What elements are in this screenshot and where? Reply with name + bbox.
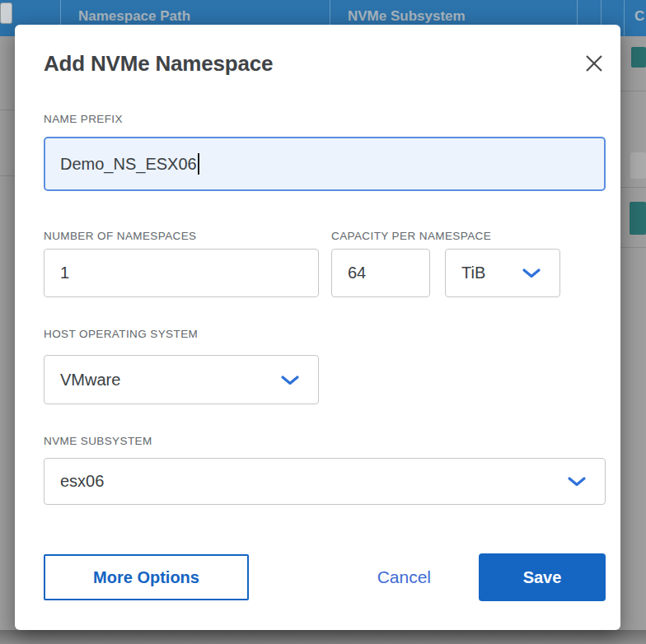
name-prefix-input[interactable]: Demo_NS_ESX06 (44, 137, 606, 191)
status-badge-fragment (630, 202, 646, 235)
number-of-namespaces-input[interactable] (44, 249, 319, 297)
row-separator (0, 110, 15, 110)
save-button[interactable]: Save (479, 553, 606, 601)
chevron-down-icon (522, 268, 541, 278)
column-divider (624, 0, 625, 36)
select-all-checkbox (0, 2, 12, 24)
status-badge-fragment (631, 47, 646, 68)
dimmed-overlay-strip (0, 630, 646, 644)
cancel-button[interactable]: Cancel (377, 567, 431, 587)
host-operating-system-value: VMware (60, 371, 120, 390)
cell-fragment (630, 152, 646, 179)
host-operating-system-select[interactable]: VMware (44, 355, 319, 404)
namespace-count-capacity-row: NUMBER OF NAMESPACES CAPACITY PER NAMESP… (44, 191, 606, 297)
capacity-unit-value: TiB (461, 264, 485, 282)
number-of-namespaces-label: NUMBER OF NAMESPACES (44, 230, 319, 244)
nvme-subsystem-value: esx06 (60, 472, 104, 491)
row-separator (0, 175, 15, 176)
chevron-down-icon (567, 476, 587, 487)
capacity-per-namespace-label: CAPACITY PER NAMESPACE (331, 230, 560, 244)
more-options-button[interactable]: More Options (44, 554, 249, 600)
dialog-title: Add NVMe Namespace (44, 51, 273, 77)
close-icon (583, 53, 605, 74)
screen: Namespace Path NVMe Subsystem C Add NVMe… (0, 0, 646, 644)
dialog-header: Add NVMe Namespace (44, 49, 606, 77)
capacity-value-input[interactable] (331, 249, 430, 297)
name-prefix-label: NAME PREFIX (44, 113, 606, 127)
nvme-subsystem-label: NVME SUBSYSTEM (44, 435, 606, 449)
row-separator (620, 247, 646, 248)
capacity-unit-select[interactable]: TiB (445, 249, 560, 297)
dialog-actions: More Options Cancel Save (44, 553, 606, 601)
add-nvme-namespace-dialog: Add NVMe Namespace NAME PREFIX Demo_NS_E… (15, 25, 620, 630)
text-cursor (198, 153, 199, 175)
row-separator (620, 91, 646, 91)
host-operating-system-label: HOST OPERATING SYSTEM (44, 328, 606, 342)
chevron-down-icon (280, 375, 300, 385)
name-prefix-value: Demo_NS_ESX06 (60, 155, 197, 174)
nvme-subsystem-select[interactable]: esx06 (44, 458, 606, 505)
row-separator (620, 187, 646, 188)
column-header-clipped: C (634, 0, 644, 36)
close-button[interactable] (583, 52, 606, 75)
